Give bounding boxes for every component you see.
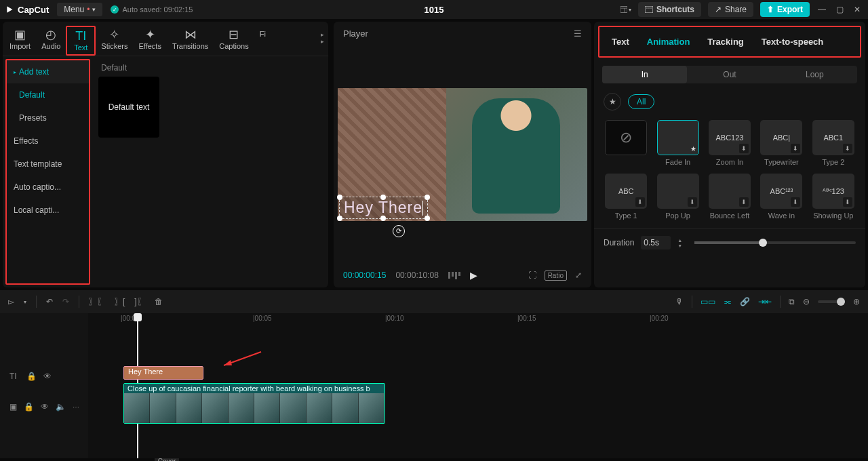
anim-zoom-in[interactable]: ABC123⬇ (709, 120, 751, 155)
timeline-ruler[interactable]: |00:00|00:05|00:10|00:15|00:20 (88, 313, 868, 328)
anim-label: Bounce Left (710, 212, 750, 220)
tab-effects[interactable]: ✦Effects (133, 26, 166, 53)
lock-icon[interactable]: 🔒 (26, 372, 37, 381)
seg-out[interactable]: Out (687, 66, 772, 83)
project-title: 1015 (425, 5, 444, 15)
anim-none[interactable]: ⊘ (605, 120, 647, 155)
tab-filters[interactable]: Fi (254, 26, 271, 41)
video-lane-icon: ▣ (9, 402, 17, 412)
svg-point-4 (646, 7, 647, 8)
tool-tabs: ▣Import ◴Audio TIText ✧Stickers ✦Effects… (3, 22, 328, 56)
zoom-out-icon[interactable]: ⊖ (803, 297, 810, 306)
sidebar-effects[interactable]: Effects (7, 129, 89, 153)
svg-point-6 (650, 7, 651, 8)
split-right-icon[interactable]: ]〖 (134, 296, 144, 308)
anim-label: Showing Up (813, 212, 853, 220)
magnet-icon[interactable]: ▭▭ (701, 297, 715, 306)
mute-icon[interactable]: 🔈 (56, 402, 66, 412)
seg-in[interactable]: In (602, 66, 687, 83)
thumb-section-title: Default (98, 63, 321, 73)
snap-icon[interactable]: ⇥⇤ (758, 297, 772, 306)
tab-transitions[interactable]: ⋈Transitions (167, 26, 214, 53)
filter-all[interactable]: All (628, 94, 654, 109)
video-preview[interactable]: Hey There ⟳ (338, 88, 587, 221)
text-lane-controls: TI 🔒 👁 (0, 366, 88, 386)
duration-slider[interactable] (694, 241, 856, 244)
tab-import[interactable]: ▣Import (4, 26, 36, 53)
sidebar-text-template[interactable]: Text template (7, 153, 89, 176)
fullscreen-icon[interactable]: ⤢ (575, 270, 582, 280)
annotation-arrow (217, 348, 264, 369)
redo-icon[interactable]: ↷ (62, 297, 69, 306)
tabs-scroll[interactable]: ▸▸ (318, 26, 327, 50)
share-button[interactable]: ↗Share (708, 2, 753, 17)
layout-icon[interactable]: ▾ (620, 4, 631, 15)
ratio-button[interactable]: Ratio (545, 270, 567, 281)
anim-type-1[interactable]: ABC⬇ (605, 174, 647, 209)
rotate-handle-icon[interactable]: ⟳ (393, 225, 405, 237)
link-preview-icon[interactable]: ⫘ (724, 297, 732, 306)
delete-icon[interactable]: 🗑 (155, 297, 163, 306)
anim-bounce-left[interactable]: ⬇ (709, 174, 751, 209)
anim-fade-in[interactable]: ★ (657, 120, 699, 155)
link-icon[interactable]: 🔗 (740, 297, 750, 306)
anim-wave-in[interactable]: ABC¹²³⬇ (760, 174, 802, 209)
text-overlay[interactable]: Hey There ⟳ (339, 197, 428, 219)
tab-stickers[interactable]: ✧Stickers (96, 26, 133, 53)
zoom-in-icon[interactable]: ⊕ (853, 297, 860, 306)
minimize-icon[interactable]: — (816, 4, 827, 15)
sidebar-presets[interactable]: Presets (7, 106, 89, 129)
eye-icon[interactable]: 👁 (43, 372, 52, 381)
shortcuts-button[interactable]: Shortcuts (638, 2, 701, 17)
duration-input[interactable] (641, 236, 671, 249)
video-lane-controls: ▣ 🔒 👁 🔈 ⋯ (0, 386, 88, 427)
svg-rect-0 (620, 7, 627, 13)
anim-type-2[interactable]: ABC1⬇ (812, 120, 854, 155)
duration-label: Duration (604, 238, 634, 247)
lock-icon[interactable]: 🔒 (24, 402, 34, 412)
svg-rect-3 (645, 6, 653, 13)
sidebar-local-captions[interactable]: Local capti... (7, 199, 89, 222)
right-panel-tabs: Text Animation Tracking Text-to-speech (598, 26, 861, 58)
timeline-text-clip[interactable]: Hey There (123, 366, 203, 380)
player-menu-icon[interactable]: ☰ (574, 28, 582, 39)
anim-typewriter[interactable]: ABC|⬇ (760, 120, 802, 155)
rtab-text[interactable]: Text (612, 37, 629, 47)
menu-button[interactable]: Menu•▾ (57, 3, 102, 16)
maximize-icon[interactable]: ▢ (834, 4, 845, 15)
app-logo: CapCut (5, 5, 49, 15)
export-button[interactable]: ⬆Export (760, 2, 810, 17)
seg-loop[interactable]: Loop (772, 66, 857, 83)
rtab-tts[interactable]: Text-to-speech (762, 37, 824, 47)
tab-audio[interactable]: ◴Audio (36, 26, 66, 53)
anim-label: Wave in (768, 212, 795, 220)
anim-showing-up[interactable]: ᴬᴮᶜ123⬇ (812, 174, 854, 209)
favorites-filter-icon[interactable]: ★ (604, 93, 621, 111)
tab-text[interactable]: TIText (66, 26, 96, 56)
anim-label: Typewriter (764, 158, 799, 167)
mic-icon[interactable]: 🎙 (675, 297, 684, 306)
sidebar-default[interactable]: Default (7, 83, 89, 106)
split-left-icon[interactable]: 〗[ (115, 296, 125, 308)
anim-label: Pop Up (665, 212, 690, 220)
sidebar-auto-captions[interactable]: Auto captio... (7, 176, 89, 199)
duration-stepper[interactable]: ▲▼ (677, 238, 682, 248)
audio-levels-icon[interactable] (448, 272, 460, 279)
play-icon[interactable]: ▶ (470, 270, 477, 281)
undo-icon[interactable]: ↶ (46, 297, 53, 306)
anim-pop-up[interactable]: ⬇ (657, 174, 699, 209)
tab-captions[interactable]: ⊟Captions (214, 26, 254, 53)
selection-tool-icon[interactable]: ▻ (8, 297, 14, 306)
eye-icon[interactable]: 👁 (41, 402, 49, 412)
text-category-sidebar: ▸Add text Default Presets Effects Text t… (5, 59, 90, 285)
timeline-video-clip[interactable]: Close up of caucasian financial reporter… (123, 383, 385, 424)
crop-icon[interactable]: ⛶ (528, 270, 536, 280)
default-text-thumb[interactable]: Default text (98, 77, 159, 138)
rtab-tracking[interactable]: Tracking (707, 37, 743, 47)
close-icon[interactable]: ✕ (852, 4, 863, 15)
rtab-animation[interactable]: Animation (647, 37, 690, 47)
split-icon[interactable]: 〗〖 (89, 296, 105, 308)
cascade-icon[interactable]: ⧉ (789, 297, 795, 306)
zoom-slider[interactable] (818, 300, 845, 303)
sidebar-add-text[interactable]: ▸Add text (7, 60, 89, 83)
